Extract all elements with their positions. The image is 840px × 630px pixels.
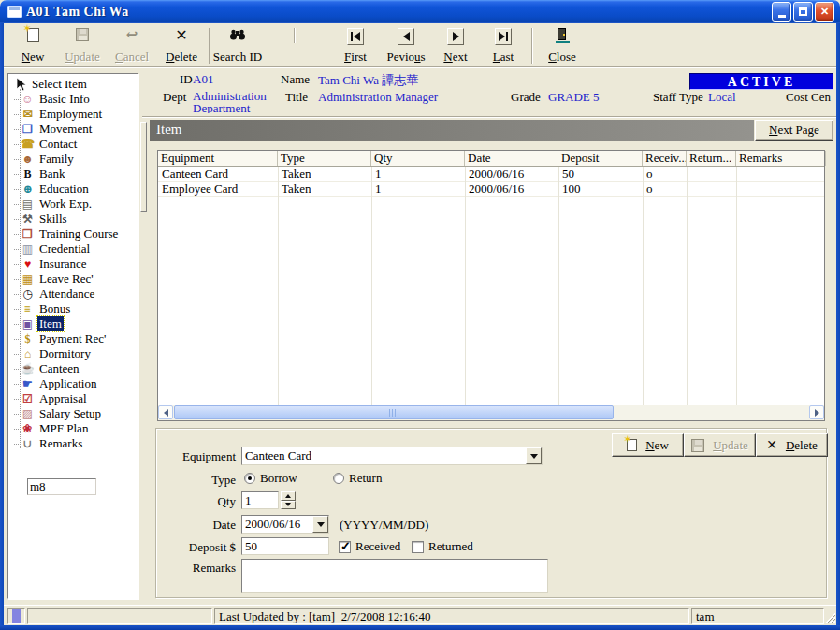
qty-input[interactable] <box>241 491 279 509</box>
header-divider <box>142 116 836 118</box>
sidebar-filter-input[interactable] <box>27 478 96 495</box>
sidebar-item-skills[interactable]: ⚒Skills <box>14 212 138 227</box>
column-header[interactable]: Remarks <box>736 151 826 166</box>
table-cell: o <box>643 167 687 181</box>
window-border-right <box>836 23 840 630</box>
sidebar-item-leave-rec[interactable]: ▦Leave Rec' <box>14 271 138 286</box>
spin-up-icon <box>281 491 296 501</box>
column-header[interactable]: Deposit <box>558 151 643 166</box>
qty-stepper[interactable] <box>281 491 296 509</box>
column-header[interactable]: Qty <box>371 151 465 166</box>
new-button[interactable]: New <box>9 26 56 66</box>
column-header[interactable]: Type <box>278 151 371 166</box>
remarks-textarea[interactable] <box>241 559 548 593</box>
radio-icon[interactable] <box>244 473 255 484</box>
sidebar-scrollbar-thumb[interactable] <box>140 122 147 212</box>
next-button[interactable]: Next <box>434 26 477 66</box>
status-cell-empty <box>27 608 212 624</box>
date-label: Date <box>156 518 236 533</box>
sidebar-item-work-exp[interactable]: ▤Work Exp. <box>14 197 138 212</box>
table-row[interactable]: Canteen CardTaken12000/06/1650o <box>158 167 824 182</box>
book-icon: ❒ <box>21 227 35 241</box>
sidebar-item-bonus[interactable]: ≡Bonus <box>14 301 138 316</box>
column-header[interactable]: Date <box>465 151 558 166</box>
sidebar-item-remarks[interactable]: ∪Remarks <box>14 436 138 451</box>
table-header: EquipmentTypeQtyDateDepositReceiv...Retu… <box>158 151 824 167</box>
type-radio-borrow[interactable]: Borrow <box>244 471 297 486</box>
sidebar-item-dormitory[interactable]: ⌂Dormitory <box>14 346 138 361</box>
returned-checkbox[interactable]: Returned <box>412 539 473 554</box>
sidebar-item-payment-rec[interactable]: $Payment Rec' <box>14 331 138 346</box>
globe-icon: ⊕ <box>21 183 35 196</box>
window-border-bottom <box>0 625 840 630</box>
previous-button[interactable]: Pevious <box>380 26 432 66</box>
sidebar-item-canteen[interactable]: ☕Canteen <box>14 361 138 376</box>
date-combobox[interactable]: 2000/06/16 <box>241 515 329 534</box>
deposit-input[interactable] <box>241 537 329 555</box>
dept-label: Dept <box>163 90 186 105</box>
checkbox-icon[interactable] <box>412 541 424 553</box>
sidebar-item-salary-setup[interactable]: ▨Salary Setup <box>14 406 138 421</box>
radio-icon[interactable] <box>333 473 344 484</box>
cost-center-label: Cost Cen <box>786 90 831 105</box>
windows-icon: ❐ <box>21 123 35 136</box>
last-button[interactable]: Last <box>481 26 526 66</box>
scroll-left-button[interactable] <box>158 405 173 419</box>
column-header[interactable]: Return... <box>687 151 736 166</box>
column-header[interactable]: Equipment <box>158 151 278 166</box>
first-button[interactable]: First <box>333 26 378 66</box>
update-button[interactable]: Update <box>58 26 107 66</box>
delete-icon: ✕ <box>175 28 187 42</box>
sidebar-item-contact[interactable]: ☎Contact <box>14 137 138 152</box>
sidebar-item-item[interactable]: ▣Item <box>14 316 138 331</box>
last-record-icon <box>495 28 512 45</box>
scroll-right-button[interactable] <box>809 405 824 419</box>
sidebar-item-movement[interactable]: ❐Movement <box>14 122 138 137</box>
sidebar-root-item[interactable]: Select Item <box>14 77 138 92</box>
table-row[interactable]: Employee CardTaken12000/06/16100o <box>158 182 824 197</box>
equipment-combobox[interactable]: Canteen Card <box>241 447 543 465</box>
form-delete-button[interactable]: ✕ Delete <box>756 433 828 457</box>
sidebar-item-label: Credential <box>37 242 92 256</box>
checkbox-icon[interactable] <box>339 541 351 553</box>
chevron-down-icon[interactable] <box>526 447 542 464</box>
sidebar-item-application[interactable]: ☛Application <box>14 376 138 391</box>
sidebar-item-label: Remarks <box>37 436 84 451</box>
sidebar-item-employment[interactable]: ✉Employment <box>14 107 138 122</box>
sidebar-item-label: Skills <box>37 212 69 227</box>
sidebar-item-attendance[interactable]: ◷Attendance <box>14 286 138 301</box>
sidebar-item-credential[interactable]: ▥Credential <box>14 242 138 256</box>
form-update-button[interactable]: Update <box>684 433 756 457</box>
sidebar-item-family[interactable]: ☻Family <box>14 152 138 167</box>
form-new-button[interactable]: New <box>612 433 684 457</box>
sidebar-item-education[interactable]: ⊕Education <box>14 182 138 197</box>
delete-button[interactable]: ✕ Delete <box>157 26 206 66</box>
type-radio-return[interactable]: Return <box>333 471 382 486</box>
certificate-icon: ▥ <box>21 242 35 256</box>
horizontal-scrollbar[interactable] <box>158 405 824 420</box>
cancel-button[interactable]: ↩ Cancel <box>108 26 156 66</box>
table-cell: Canteen Card <box>158 167 278 181</box>
maximize-button[interactable] <box>793 2 813 22</box>
sidebar-item-label: Bank <box>37 167 66 182</box>
sidebar-item-training-course[interactable]: ❒Training Course <box>14 227 138 242</box>
clock-icon: ◷ <box>21 287 35 300</box>
column-header[interactable]: Receiv... <box>643 151 687 166</box>
sidebar-item-insurance[interactable]: ♥Insurance <box>14 256 138 271</box>
sidebar-item-bank[interactable]: BBank <box>14 167 138 182</box>
close-button[interactable]: Close <box>539 26 586 66</box>
received-checkbox[interactable]: Received <box>339 539 400 554</box>
sidebar-item-mpf-plan[interactable]: ❀MPF Plan <box>14 421 138 436</box>
scrollbar-grip <box>389 409 398 417</box>
next-page-button[interactable]: Next Page <box>755 120 833 141</box>
scrollbar-thumb[interactable] <box>174 405 614 419</box>
chevron-down-icon[interactable] <box>312 516 328 533</box>
resize-grip[interactable] <box>823 611 835 623</box>
sidebar-item-basic-info[interactable]: ☺Basic Info <box>14 92 138 107</box>
sidebar-item-appraisal[interactable]: ☑Appraisal <box>14 391 138 406</box>
close-window-button[interactable]: ✕ <box>815 2 834 22</box>
status-bar: Last Updated by : [tam] 2/7/2008 12:16:4… <box>4 605 836 625</box>
search-id-button[interactable]: Search ID <box>211 26 264 66</box>
minimize-button[interactable] <box>772 2 791 22</box>
item-table: EquipmentTypeQtyDateDepositReceiv...Retu… <box>157 150 825 421</box>
